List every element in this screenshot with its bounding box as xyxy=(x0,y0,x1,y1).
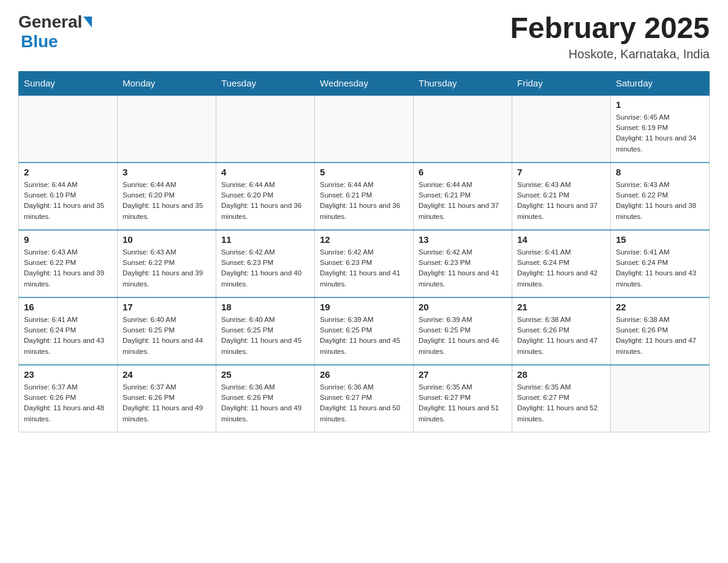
calendar-cell: 19Sunrise: 6:39 AM Sunset: 6:25 PM Dayli… xyxy=(315,297,414,365)
day-number: 7 xyxy=(517,167,605,177)
day-number: 2 xyxy=(24,167,112,177)
day-number: 25 xyxy=(221,369,309,380)
calendar-cell: 11Sunrise: 6:42 AM Sunset: 6:23 PM Dayli… xyxy=(216,230,315,297)
day-number: 13 xyxy=(419,234,507,245)
day-info: Sunrise: 6:43 AM Sunset: 6:22 PM Dayligh… xyxy=(123,247,211,289)
weekday-header-friday: Friday xyxy=(512,71,611,95)
day-info: Sunrise: 6:42 AM Sunset: 6:23 PM Dayligh… xyxy=(221,247,309,289)
calendar-cell: 20Sunrise: 6:39 AM Sunset: 6:25 PM Dayli… xyxy=(414,297,512,365)
day-info: Sunrise: 6:39 AM Sunset: 6:25 PM Dayligh… xyxy=(419,315,507,357)
calendar-cell: 4Sunrise: 6:44 AM Sunset: 6:20 PM Daylig… xyxy=(216,163,315,230)
calendar-cell xyxy=(611,365,710,432)
calendar-cell: 7Sunrise: 6:43 AM Sunset: 6:21 PM Daylig… xyxy=(512,163,611,230)
day-number: 22 xyxy=(616,302,704,312)
day-number: 28 xyxy=(517,369,605,380)
calendar-cell: 15Sunrise: 6:41 AM Sunset: 6:24 PM Dayli… xyxy=(611,230,710,297)
calendar-table: SundayMondayTuesdayWednesdayThursdayFrid… xyxy=(18,71,710,433)
logo-arrow-icon xyxy=(83,17,92,28)
day-info: Sunrise: 6:35 AM Sunset: 6:27 PM Dayligh… xyxy=(517,382,605,424)
calendar-cell: 18Sunrise: 6:40 AM Sunset: 6:25 PM Dayli… xyxy=(216,297,315,365)
day-info: Sunrise: 6:41 AM Sunset: 6:24 PM Dayligh… xyxy=(616,247,704,289)
day-number: 16 xyxy=(24,302,112,312)
day-number: 15 xyxy=(616,234,704,245)
day-info: Sunrise: 6:44 AM Sunset: 6:20 PM Dayligh… xyxy=(123,180,211,222)
calendar-cell: 9Sunrise: 6:43 AM Sunset: 6:22 PM Daylig… xyxy=(19,230,118,297)
day-info: Sunrise: 6:44 AM Sunset: 6:19 PM Dayligh… xyxy=(24,180,112,222)
day-number: 19 xyxy=(320,302,408,312)
day-info: Sunrise: 6:37 AM Sunset: 6:26 PM Dayligh… xyxy=(123,382,211,424)
calendar-cell: 27Sunrise: 6:35 AM Sunset: 6:27 PM Dayli… xyxy=(414,365,512,432)
day-info: Sunrise: 6:43 AM Sunset: 6:22 PM Dayligh… xyxy=(24,247,112,289)
day-info: Sunrise: 6:42 AM Sunset: 6:23 PM Dayligh… xyxy=(419,247,507,289)
calendar-cell: 21Sunrise: 6:38 AM Sunset: 6:26 PM Dayli… xyxy=(512,297,611,365)
day-number: 24 xyxy=(123,369,211,380)
calendar-week-row: 1Sunrise: 6:45 AM Sunset: 6:19 PM Daylig… xyxy=(19,95,710,163)
calendar-cell: 25Sunrise: 6:36 AM Sunset: 6:26 PM Dayli… xyxy=(216,365,315,432)
day-info: Sunrise: 6:40 AM Sunset: 6:25 PM Dayligh… xyxy=(221,315,309,357)
day-info: Sunrise: 6:44 AM Sunset: 6:21 PM Dayligh… xyxy=(320,180,408,222)
calendar-cell xyxy=(512,95,611,163)
calendar-cell: 13Sunrise: 6:42 AM Sunset: 6:23 PM Dayli… xyxy=(414,230,512,297)
weekday-header-saturday: Saturday xyxy=(611,71,710,95)
calendar-week-row: 16Sunrise: 6:41 AM Sunset: 6:24 PM Dayli… xyxy=(19,297,710,365)
weekday-header-tuesday: Tuesday xyxy=(216,71,315,95)
calendar-cell: 2Sunrise: 6:44 AM Sunset: 6:19 PM Daylig… xyxy=(19,163,118,230)
weekday-header-wednesday: Wednesday xyxy=(315,71,414,95)
day-info: Sunrise: 6:38 AM Sunset: 6:26 PM Dayligh… xyxy=(517,315,605,357)
weekday-header-sunday: Sunday xyxy=(19,71,118,95)
calendar-cell: 1Sunrise: 6:45 AM Sunset: 6:19 PM Daylig… xyxy=(611,95,710,163)
day-number: 9 xyxy=(24,234,112,245)
calendar-week-row: 9Sunrise: 6:43 AM Sunset: 6:22 PM Daylig… xyxy=(19,230,710,297)
title-area: February 2025 Hoskote, Karnataka, India xyxy=(510,12,710,61)
day-info: Sunrise: 6:41 AM Sunset: 6:24 PM Dayligh… xyxy=(24,315,112,357)
day-number: 1 xyxy=(616,99,704,110)
calendar-cell: 17Sunrise: 6:40 AM Sunset: 6:25 PM Dayli… xyxy=(118,297,216,365)
day-number: 11 xyxy=(221,234,309,245)
day-info: Sunrise: 6:41 AM Sunset: 6:24 PM Dayligh… xyxy=(517,247,605,289)
calendar-cell: 16Sunrise: 6:41 AM Sunset: 6:24 PM Dayli… xyxy=(19,297,118,365)
day-info: Sunrise: 6:35 AM Sunset: 6:27 PM Dayligh… xyxy=(419,382,507,424)
day-number: 23 xyxy=(24,369,112,380)
day-number: 20 xyxy=(419,302,507,312)
weekday-header-thursday: Thursday xyxy=(414,71,512,95)
day-number: 12 xyxy=(320,234,408,245)
logo: General Blue xyxy=(18,12,93,52)
calendar-cell: 28Sunrise: 6:35 AM Sunset: 6:27 PM Dayli… xyxy=(512,365,611,432)
day-number: 26 xyxy=(320,369,408,380)
day-number: 6 xyxy=(419,167,507,177)
calendar-cell: 3Sunrise: 6:44 AM Sunset: 6:20 PM Daylig… xyxy=(118,163,216,230)
day-info: Sunrise: 6:43 AM Sunset: 6:21 PM Dayligh… xyxy=(517,180,605,222)
logo-blue-text: Blue xyxy=(21,32,58,51)
day-info: Sunrise: 6:42 AM Sunset: 6:23 PM Dayligh… xyxy=(320,247,408,289)
day-number: 5 xyxy=(320,167,408,177)
calendar-cell: 10Sunrise: 6:43 AM Sunset: 6:22 PM Dayli… xyxy=(118,230,216,297)
calendar-cell: 12Sunrise: 6:42 AM Sunset: 6:23 PM Dayli… xyxy=(315,230,414,297)
day-info: Sunrise: 6:37 AM Sunset: 6:26 PM Dayligh… xyxy=(24,382,112,424)
day-info: Sunrise: 6:43 AM Sunset: 6:22 PM Dayligh… xyxy=(616,180,704,222)
calendar-cell: 26Sunrise: 6:36 AM Sunset: 6:27 PM Dayli… xyxy=(315,365,414,432)
calendar-cell: 23Sunrise: 6:37 AM Sunset: 6:26 PM Dayli… xyxy=(19,365,118,432)
day-info: Sunrise: 6:44 AM Sunset: 6:20 PM Dayligh… xyxy=(221,180,309,222)
calendar-title: February 2025 xyxy=(510,12,710,45)
calendar-subtitle: Hoskote, Karnataka, India xyxy=(510,47,710,61)
header: General Blue February 2025 Hoskote, Karn… xyxy=(18,12,710,61)
day-info: Sunrise: 6:38 AM Sunset: 6:26 PM Dayligh… xyxy=(616,315,704,357)
day-info: Sunrise: 6:45 AM Sunset: 6:19 PM Dayligh… xyxy=(616,112,704,155)
day-number: 8 xyxy=(616,167,704,177)
day-info: Sunrise: 6:44 AM Sunset: 6:21 PM Dayligh… xyxy=(419,180,507,222)
day-info: Sunrise: 6:39 AM Sunset: 6:25 PM Dayligh… xyxy=(320,315,408,357)
calendar-cell: 22Sunrise: 6:38 AM Sunset: 6:26 PM Dayli… xyxy=(611,297,710,365)
calendar-week-row: 23Sunrise: 6:37 AM Sunset: 6:26 PM Dayli… xyxy=(19,365,710,432)
calendar-cell: 6Sunrise: 6:44 AM Sunset: 6:21 PM Daylig… xyxy=(414,163,512,230)
day-number: 3 xyxy=(123,167,211,177)
day-number: 14 xyxy=(517,234,605,245)
day-info: Sunrise: 6:36 AM Sunset: 6:26 PM Dayligh… xyxy=(221,382,309,424)
calendar-cell: 14Sunrise: 6:41 AM Sunset: 6:24 PM Dayli… xyxy=(512,230,611,297)
day-number: 17 xyxy=(123,302,211,312)
day-number: 4 xyxy=(221,167,309,177)
calendar-cell: 24Sunrise: 6:37 AM Sunset: 6:26 PM Dayli… xyxy=(118,365,216,432)
day-number: 10 xyxy=(123,234,211,245)
calendar-cell xyxy=(19,95,118,163)
day-number: 27 xyxy=(419,369,507,380)
day-number: 21 xyxy=(517,302,605,312)
